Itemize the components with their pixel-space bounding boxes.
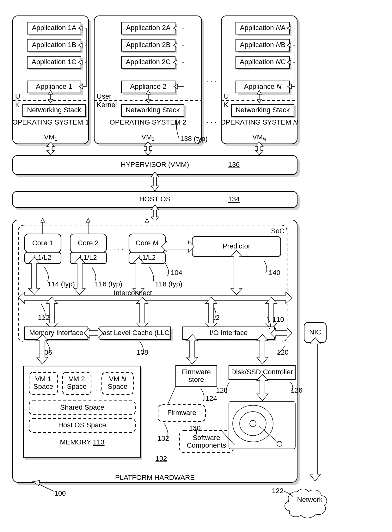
- ref-126: 126: [291, 386, 303, 394]
- vm2-k: Kernel: [97, 101, 117, 109]
- nic: NIC: [309, 328, 321, 336]
- diagram-root: Application 1A Application 1B Applicatio…: [0, 0, 392, 532]
- svg-text:VM 1: VM 1: [35, 375, 51, 383]
- vm1-stack: Networking Stack: [27, 106, 81, 114]
- vmN-u: U: [224, 92, 229, 100]
- vm2-stack: Networking Stack: [126, 106, 180, 114]
- predictor: Predictor: [223, 242, 250, 250]
- ref-104: 104: [171, 269, 182, 277]
- interconnect-label: Interconnect: [113, 289, 152, 297]
- vm2-u: User: [97, 92, 111, 100]
- hostos-space: Host OS Space: [58, 421, 106, 429]
- ref-116: 116 (typ): [95, 280, 122, 288]
- svg-point-99: [250, 420, 256, 427]
- ref-140: 140: [269, 269, 280, 277]
- ref-114: 114 (typ): [47, 280, 75, 288]
- ref-124: 124: [205, 394, 217, 402]
- svg-text:VM 2: VM 2: [69, 375, 85, 383]
- ref-130: 130: [189, 424, 201, 432]
- ref-132: 132: [157, 434, 169, 442]
- vm2-app-2b: Application 2B: [126, 41, 171, 49]
- svg-text:. . .: . . .: [114, 243, 124, 251]
- svg-text:Space: Space: [34, 382, 53, 390]
- hypervisor-label: HYPERVISOR (VMM): [121, 161, 189, 168]
- shared-space: Shared Space: [60, 403, 104, 411]
- core2: Core 2: [78, 239, 99, 247]
- vm1-app-1a: Application 1A: [32, 24, 77, 32]
- hostos-label: HOST OS: [139, 195, 171, 203]
- ref-138: 138 (typ): [180, 135, 208, 143]
- vm2-os: OPERATING SYSTEM 2: [110, 118, 187, 126]
- svg-text:store: store: [189, 376, 204, 383]
- vm1-app-1c: Application 1C: [32, 58, 77, 66]
- memif: Memory Interface: [29, 329, 83, 337]
- svg-text:OPERATING SYSTEM N: OPERATING SYSTEM N: [220, 118, 298, 126]
- ref-100: 100: [54, 489, 66, 497]
- vm2-app-2c: Application 2C: [126, 58, 171, 66]
- ref-122: 122: [272, 487, 284, 495]
- vm1-app-1b: Application 1B: [32, 41, 77, 49]
- ref-102: 102: [156, 455, 167, 462]
- ref-110: 110: [273, 315, 284, 323]
- dots-vm2: . . .: [207, 116, 217, 124]
- svg-text:VM N: VM N: [109, 375, 126, 383]
- vm1-k: K: [15, 101, 20, 109]
- vmN-k: K: [224, 101, 229, 109]
- firmware: Firmware: [167, 409, 196, 417]
- svg-text:. . .: . . .: [92, 385, 102, 393]
- svg-text:Space: Space: [108, 382, 127, 390]
- svg-text:Application NC: Application NC: [240, 58, 286, 66]
- ref-108: 108: [137, 348, 148, 356]
- vm2-appliance: Appliance 2: [130, 83, 167, 90]
- llc: Last Level Cache (LLC): [99, 329, 172, 337]
- ref-112a: 112: [38, 314, 50, 321]
- vm1-appliance: Appliance 1: [36, 83, 72, 90]
- vm1: Application 1A Application 1B Applicatio…: [12, 16, 91, 146]
- svg-text:Application NB: Application NB: [240, 41, 285, 49]
- core1: Core 1: [32, 239, 53, 247]
- platform-label: PLATFORM HARDWARE: [115, 474, 195, 481]
- network-cloud: Network: [285, 489, 327, 518]
- svg-text:Appliance N: Appliance N: [244, 83, 282, 90]
- vm2: Application 2A Application 2B Applicatio…: [94, 16, 208, 146]
- svg-text:Firmware: Firmware: [182, 368, 211, 376]
- ioif: I/O Interface: [209, 329, 248, 337]
- dots-vm: . . .: [207, 76, 217, 84]
- svg-text:Space: Space: [67, 382, 87, 390]
- svg-text:Components: Components: [187, 441, 226, 449]
- svg-text:Software: Software: [193, 434, 220, 442]
- svg-text:MEMORY   113: MEMORY 113: [60, 438, 104, 446]
- hard-disk-icon: [229, 401, 295, 449]
- ref-118: 118 (typ): [155, 280, 182, 288]
- ref-134: 134: [228, 195, 240, 203]
- network-label: Network: [297, 496, 323, 504]
- vm1-u: U: [15, 92, 20, 100]
- vm2-app-2a: Application 2A: [126, 24, 171, 32]
- ref-128: 128: [216, 386, 228, 394]
- ref-120: 120: [277, 348, 289, 356]
- soc-label: SoC: [271, 227, 285, 235]
- vmN-stack: Networking Stack: [236, 106, 290, 114]
- svg-point-100: [277, 441, 282, 446]
- svg-text:Core M: Core M: [136, 239, 159, 247]
- svg-text:Application NA: Application NA: [240, 24, 286, 32]
- ref-136: 136: [228, 161, 240, 168]
- vmN: Application NA Application NB Applicatio…: [220, 16, 300, 146]
- vm1-os: OPERATING SYSTEM 1: [12, 118, 89, 126]
